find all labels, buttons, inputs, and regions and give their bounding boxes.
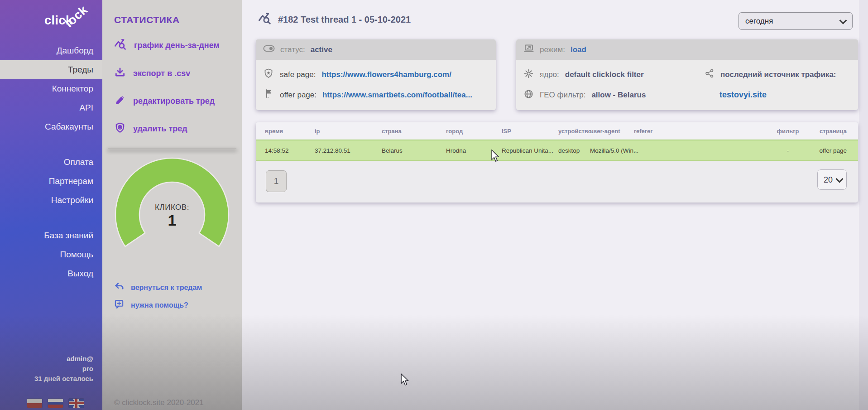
cell-user-agent: Mozilla/5.0 (Win... (590, 147, 634, 154)
language-switcher (0, 399, 102, 408)
pagination: 1 20 (256, 161, 858, 203)
statistics-menu: график день-за-днем экспорт в .csv ре (102, 38, 242, 136)
sidebar-item-threads[interactable]: Треды (0, 60, 102, 79)
menu-item-label: редактировать тред (133, 96, 215, 106)
traffic-source-link[interactable]: testovyi.site (719, 85, 850, 105)
laptop-share-icon (523, 43, 534, 56)
sidebar: click lock Дашборд Треды Коннектор API С… (0, 0, 102, 410)
app-logo[interactable]: click lock (0, 0, 102, 41)
traffic-source-row: последний источник трафика: (705, 64, 850, 85)
pencil-icon (114, 94, 126, 108)
kernel-row: ядро: default clicklock filter (523, 64, 705, 85)
column-header-user-agent: user-agent (590, 128, 634, 135)
menu-item-export-csv[interactable]: экспорт в .csv (114, 67, 242, 81)
period-select-wrap: сегодня (739, 12, 853, 30)
toggle-on-icon (263, 44, 275, 55)
sidebar-item-connector[interactable]: Коннектор (0, 79, 102, 98)
sidebar-item-logout[interactable]: Выход (0, 264, 102, 283)
offer-page-link[interactable]: https://www.smartbets.com/football/tea..… (322, 91, 472, 100)
statistics-links: вернуться к тредам нужна помощь? (102, 281, 242, 311)
download-icon (114, 67, 126, 81)
geo-filter-row: ГЕО фильтр: allow - Belarus (523, 85, 705, 105)
column-header-city: город (446, 128, 502, 135)
cell-country: Belarus (382, 147, 446, 154)
link-label: вернуться к тредам (131, 284, 202, 292)
page-title: #182 Test thread 1 - 05-10-2021 (278, 14, 411, 25)
cell-referer: - (634, 147, 761, 154)
safe-page-label: safe page: (280, 70, 316, 79)
table-row[interactable]: 14:58:52 37.212.80.51 Belarus Hrodna Rep… (256, 140, 858, 161)
offer-page-label: offer page: (280, 91, 317, 100)
cell-isp: Republican Unita... (502, 147, 558, 154)
shield-x-icon (114, 122, 126, 136)
page-1-button[interactable]: 1 (266, 170, 287, 192)
column-header-page: страница (815, 128, 847, 135)
safe-page-link[interactable]: https://www.flowers4hamburg.com/ (321, 70, 451, 79)
menu-item-day-by-day-chart[interactable]: график день-за-днем (114, 38, 242, 53)
status-card: статус: active safe page: https://www.fl… (256, 39, 496, 110)
right-edge-strip (859, 0, 868, 410)
sidebar-item-help[interactable]: Помощь (0, 245, 102, 264)
need-help-link[interactable]: нужна помощь? (114, 299, 242, 311)
chart-search-icon (114, 38, 127, 53)
geo-filter-label: ГЕО фильтр: (540, 91, 585, 100)
cell-filter: - (761, 147, 815, 154)
cell-page: offer page (815, 147, 847, 154)
sidebar-item-knowledge-base[interactable]: База знаний (0, 226, 102, 245)
gauge-label: КЛИКОВ: (102, 203, 242, 212)
account-email: admin@ (34, 354, 93, 364)
shield-star-icon (263, 68, 274, 81)
status-value: active (311, 45, 332, 54)
chart-search-icon (258, 12, 272, 27)
traffic-source-label: последний источник трафика: (720, 70, 836, 79)
account-info: admin@ pro 31 дней осталось (34, 354, 93, 384)
column-header-referer: referer (634, 128, 761, 135)
sidebar-item-api[interactable]: API (0, 98, 102, 117)
main-content: #182 Test thread 1 - 05-10-2021 сегодня … (242, 0, 868, 410)
section-divider (108, 148, 236, 149)
menu-item-edit-thread[interactable]: редактировать тред (114, 94, 242, 108)
sidebar-item-payment[interactable]: Оплата (0, 153, 102, 172)
thread-header: #182 Test thread 1 - 05-10-2021 (258, 12, 411, 27)
mode-card-right: последний источник трафика: testovyi.sit… (705, 64, 850, 105)
statistics-panel: СТАТИСТИКА график день-за-днем экспорт (102, 0, 242, 410)
clicks-gauge: КЛИКОВ: 1 (102, 156, 242, 253)
sidebar-item-subaccounts[interactable]: Сабакаунты (0, 117, 102, 136)
sidebar-item-settings[interactable]: Настройки (0, 191, 102, 210)
clicklock-app: click lock Дашборд Треды Коннектор API С… (0, 0, 868, 410)
kernel-label: ядро: (540, 70, 559, 79)
mode-value: load (571, 45, 586, 54)
russia-flag-icon[interactable] (48, 399, 63, 408)
back-to-threads-link[interactable]: вернуться к тредам (114, 281, 242, 294)
link-label: нужна помощь? (131, 301, 188, 309)
flag-icon (263, 88, 274, 101)
period-select[interactable]: сегодня (739, 12, 853, 30)
share-icon (705, 68, 715, 81)
sidebar-item-partners[interactable]: Партнерам (0, 172, 102, 191)
column-header-country: страна (382, 128, 446, 135)
help-bubble-icon (114, 299, 125, 311)
mode-card-body: ядро: default clicklock filter ГЕО фильт… (516, 60, 858, 105)
per-page-select[interactable]: 20 (817, 169, 847, 190)
cell-city: Hrodna (446, 147, 502, 154)
column-header-isp: ISP (502, 128, 558, 135)
globe-icon (523, 89, 534, 101)
status-card-body: safe page: https://www.flowers4hamburg.c… (256, 60, 496, 105)
column-header-device: устройство (558, 128, 590, 135)
cell-ip: 37.212.80.51 (315, 147, 382, 154)
mode-label: режим: (540, 45, 565, 54)
mode-card-header: режим: load (516, 39, 858, 60)
cell-time: 14:58:52 (265, 147, 315, 154)
column-header-time: время (265, 128, 315, 135)
copyright-footer: © clicklock.site 2020-2021 (114, 398, 204, 407)
sidebar-item-dashboard[interactable]: Дашборд (0, 41, 102, 60)
column-header-ip: ip (315, 128, 382, 135)
account-days-left: 31 дней осталось (34, 374, 93, 384)
clicks-table-card: время ip страна город ISP устройство use… (256, 122, 858, 203)
poland-flag-icon[interactable] (27, 399, 42, 408)
status-label: статус: (280, 45, 305, 54)
menu-item-delete-thread[interactable]: удалить тред (114, 122, 242, 136)
menu-item-label: экспорт в .csv (133, 69, 190, 78)
menu-item-label: удалить тред (133, 124, 187, 134)
uk-flag-icon[interactable] (69, 399, 84, 408)
